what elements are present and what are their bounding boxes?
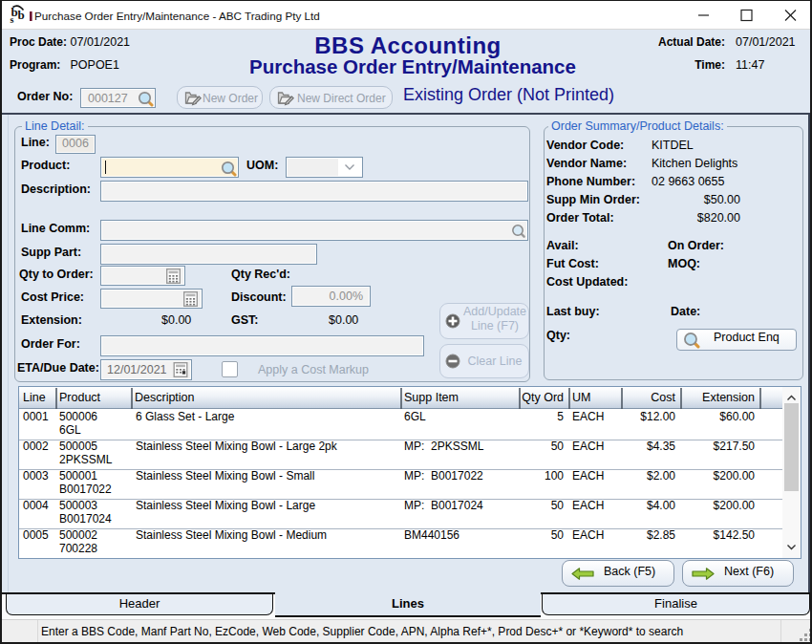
svg-text:s: s <box>11 14 14 25</box>
